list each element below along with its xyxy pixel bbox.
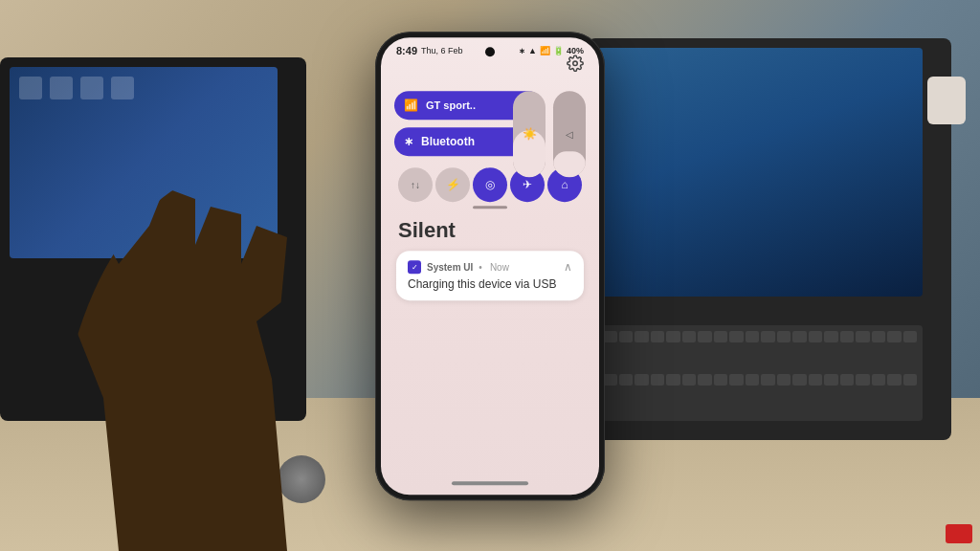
mobile-data-icon: ↑↓ <box>411 180 420 190</box>
volume-icon: ◁ <box>566 129 573 140</box>
flashlight-icon: ⚡ <box>446 178 460 191</box>
wifi-icon: 📶 <box>404 99 418 112</box>
brightness-icon: ☀️ <box>523 127 537 141</box>
wifi-status-icon: 📶 <box>540 46 550 55</box>
quick-settings-panel: ☀️ ◁ 📶 GT sport.. › ∗ Bl <box>381 60 599 310</box>
desk-round-item <box>278 455 325 503</box>
laptop-right-screen <box>597 48 923 297</box>
notification-time: Now <box>490 262 509 273</box>
settings-button[interactable] <box>567 55 584 76</box>
notification-app-name: System UI <box>427 262 473 273</box>
brightness-slider[interactable]: ☀️ <box>513 91 546 177</box>
brand-logo <box>946 524 972 543</box>
phone-screen: 8:49 Thu, 6 Feb ∗ ▲ 📶 🔋 40% <box>381 37 599 495</box>
camera-notch <box>485 47 495 56</box>
battery-icon: 🔋 <box>553 46 564 55</box>
notification-expand-button[interactable]: ∧ <box>564 260 572 274</box>
mobile-data-toggle[interactable]: ↑↓ <box>398 167 433 202</box>
bluetooth-tile-label: Bluetooth <box>421 135 519 148</box>
bluetooth-icon: ∗ <box>404 135 413 148</box>
laptop-keyboard <box>597 325 923 421</box>
svg-point-0 <box>573 61 578 66</box>
location-toggle[interactable]: ◎ <box>473 167 507 202</box>
airplane-icon: ✈ <box>523 178 532 191</box>
wall-outlet <box>927 77 966 124</box>
mode-label: Silent <box>394 216 586 251</box>
laptop-right <box>588 38 951 440</box>
phone-body: 8:49 Thu, 6 Feb ∗ ▲ 📶 🔋 40% <box>375 32 605 500</box>
status-time: 8:49 <box>396 45 417 56</box>
notification-card[interactable]: ✓ System UI • Now ∧ Charging this device… <box>396 251 584 300</box>
location-icon: ◎ <box>485 178 495 191</box>
drag-indicator <box>473 206 507 209</box>
sliders-row: ☀️ ◁ <box>513 91 586 177</box>
home-icon: ⌂ <box>561 178 568 191</box>
notification-message: Charging this device via USB <box>408 277 572 291</box>
flashlight-toggle[interactable]: ⚡ <box>435 167 470 202</box>
phone-container: 8:49 Thu, 6 Feb ∗ ▲ 📶 🔋 40% <box>375 32 605 500</box>
wifi-tile-label: GT sport.. <box>426 99 519 111</box>
bluetooth-status-icon: ∗ <box>519 47 525 55</box>
home-indicator[interactable] <box>452 481 528 485</box>
notification-app-icon: ✓ <box>408 260 421 274</box>
status-date: Thu, 6 Feb <box>421 46 463 55</box>
app-icon-symbol: ✓ <box>412 263 418 272</box>
volume-thumb <box>553 151 586 177</box>
signal-icon: ▲ <box>528 46 537 55</box>
notification-dot: • <box>479 262 482 273</box>
notification-header: ✓ System UI • Now ∧ <box>408 260 572 274</box>
volume-slider[interactable]: ◁ <box>553 91 586 177</box>
